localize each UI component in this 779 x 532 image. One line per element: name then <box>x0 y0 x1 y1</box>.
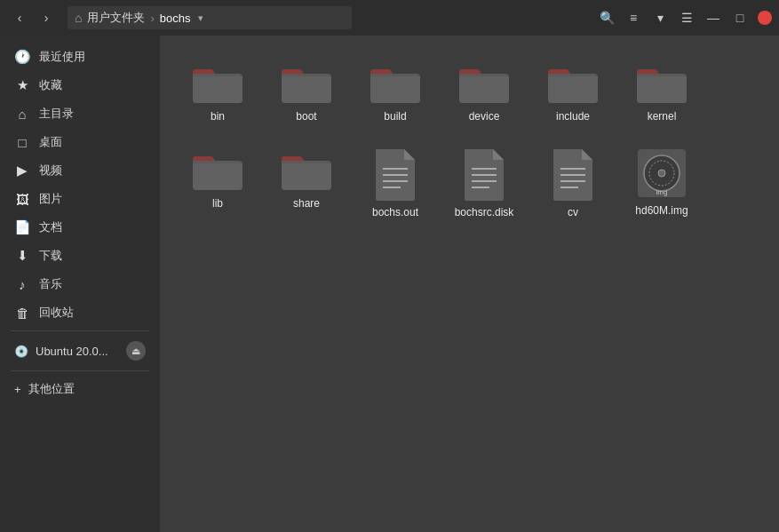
sidebar-item-pictures-label: 图片 <box>39 191 62 207</box>
sidebar-item-favorites-label: 收藏 <box>39 77 62 93</box>
home-icon: ⌂ <box>75 11 82 25</box>
sidebar-item-favorites[interactable]: ★ 收藏 <box>0 71 160 99</box>
device-label: Ubuntu 20.0... <box>36 345 108 358</box>
maximize-button[interactable]: □ <box>727 5 752 30</box>
sidebar-device-ubuntu[interactable]: 💿 Ubuntu 20.0... ⏏ <box>0 335 160 367</box>
minimize-button[interactable]: — <box>701 5 726 30</box>
view-dropdown-button[interactable]: ▾ <box>648 5 672 30</box>
imgfile-icon-hd60m: img <box>636 147 688 199</box>
sidebar-item-downloads[interactable]: ⬇ 下载 <box>0 242 160 270</box>
device-icon: 💿 <box>14 345 28 358</box>
close-button[interactable] <box>758 11 772 25</box>
downloads-icon: ⬇ <box>14 248 30 264</box>
sidebar-item-downloads-label: 下载 <box>39 248 62 264</box>
titlebar-actions: 🔍 ≡ ▾ ☰ — □ <box>594 5 772 30</box>
sidebar-item-videos-label: 视频 <box>39 163 62 179</box>
music-icon: ♪ <box>14 277 30 292</box>
file-item-kernel[interactable]: kernel <box>622 53 702 131</box>
file-label-cv: cv <box>568 206 578 220</box>
sidebar-divider-2 <box>11 370 149 371</box>
sidebar: 🕐 最近使用 ★ 收藏 ⌂ 主目录 □ 桌面 ▶ 视频 🖼 图片 📄 文档 ⬇ <box>0 36 160 532</box>
svg-text:img: img <box>656 188 668 196</box>
location-bar: ⌂ 用户文件夹 › bochs ▾ <box>68 6 352 29</box>
list-view-button[interactable]: ≡ <box>621 5 646 30</box>
forward-button[interactable]: › <box>34 5 59 30</box>
sidebar-item-recent[interactable]: 🕐 最近使用 <box>0 43 160 71</box>
menu-button[interactable]: ☰ <box>674 5 699 30</box>
folder-icon-include <box>546 60 600 105</box>
back-button[interactable]: ‹ <box>7 5 32 30</box>
textfile-icon-bochsrc-disk <box>461 147 507 201</box>
eject-button[interactable]: ⏏ <box>126 341 146 361</box>
other-places-icon: + <box>14 383 21 396</box>
file-label-device: device <box>469 110 500 124</box>
favorites-icon: ★ <box>14 77 30 93</box>
current-folder-label: bochs <box>160 12 191 25</box>
sidebar-item-music-label: 音乐 <box>39 276 62 292</box>
sidebar-item-home-label: 主目录 <box>39 106 74 122</box>
file-item-build[interactable]: build <box>355 53 435 131</box>
file-label-bochsrc-disk: bochsrc.disk <box>455 206 514 220</box>
file-label-share: share <box>293 197 320 211</box>
titlebar: ‹ › ⌂ 用户文件夹 › bochs ▾ 🔍 ≡ ▾ ☰ — □ <box>0 0 779 36</box>
file-label-build: build <box>384 110 406 124</box>
sidebar-item-music[interactable]: ♪ 音乐 <box>0 270 160 298</box>
search-button[interactable]: 🔍 <box>594 5 619 30</box>
file-grid: bin boot <box>178 53 761 226</box>
file-label-lib: lib <box>212 197 223 211</box>
sidebar-item-home[interactable]: ⌂ 主目录 <box>0 99 160 128</box>
folder-icon-build <box>369 60 422 105</box>
file-item-include[interactable]: include <box>533 53 613 131</box>
file-label-kernel: kernel <box>648 110 677 124</box>
file-item-boot[interactable]: boot <box>266 53 346 131</box>
sidebar-item-trash[interactable]: 🗑 回收站 <box>0 298 160 327</box>
recent-icon: 🕐 <box>14 49 30 65</box>
nav-buttons: ‹ › <box>7 5 59 30</box>
home-dir-icon: ⌂ <box>14 107 30 122</box>
folder-icon-share <box>280 147 333 192</box>
sidebar-divider <box>11 330 149 331</box>
path-label: 用户文件夹 <box>87 10 145 26</box>
folder-icon-boot <box>280 60 333 105</box>
file-label-bochs-out: bochs.out <box>372 206 418 220</box>
file-label-hd60m-img: hd60M.img <box>635 204 688 218</box>
desktop-icon: □ <box>14 135 30 150</box>
pictures-icon: 🖼 <box>14 192 30 207</box>
textfile-icon-bochs-out <box>372 147 418 201</box>
sidebar-item-desktop[interactable]: □ 桌面 <box>0 128 160 156</box>
textfile-icon-cv <box>550 147 596 201</box>
file-item-lib[interactable]: lib <box>178 140 258 227</box>
folder-icon-kernel <box>635 60 688 105</box>
file-item-bochsrc-disk[interactable]: bochsrc.disk <box>444 140 524 227</box>
sidebar-item-desktop-label: 桌面 <box>39 134 62 150</box>
trash-icon: 🗑 <box>14 306 30 321</box>
file-label-bin: bin <box>211 110 225 124</box>
videos-icon: ▶ <box>14 163 30 179</box>
sidebar-item-pictures[interactable]: 🖼 图片 <box>0 185 160 213</box>
folder-icon-bin <box>191 60 244 105</box>
file-label-include: include <box>556 110 590 124</box>
sidebar-item-videos[interactable]: ▶ 视频 <box>0 156 160 185</box>
file-item-hd60m-img[interactable]: img hd60M.img <box>622 140 702 227</box>
svg-point-15 <box>658 170 665 177</box>
main-layout: 🕐 最近使用 ★ 收藏 ⌂ 主目录 □ 桌面 ▶ 视频 🖼 图片 📄 文档 ⬇ <box>0 36 779 532</box>
file-label-boot: boot <box>296 110 316 124</box>
file-item-bochs-out[interactable]: bochs.out <box>355 140 435 227</box>
other-places-label: 其他位置 <box>28 381 75 397</box>
folder-icon-lib <box>191 147 244 192</box>
file-area: bin boot <box>160 36 779 532</box>
location-dropdown-icon[interactable]: ▾ <box>198 12 203 24</box>
file-item-device[interactable]: device <box>444 53 524 131</box>
file-item-bin[interactable]: bin <box>178 53 258 131</box>
documents-icon: 📄 <box>14 219 30 235</box>
sidebar-item-trash-label: 回收站 <box>39 305 74 321</box>
sidebar-item-documents-label: 文档 <box>39 219 62 235</box>
file-item-share[interactable]: share <box>266 140 346 227</box>
file-item-cv[interactable]: cv <box>533 140 613 227</box>
folder-icon-device <box>457 60 511 105</box>
path-separator: › <box>150 12 154 25</box>
sidebar-item-recent-label: 最近使用 <box>39 49 85 65</box>
sidebar-other-places[interactable]: + 其他位置 <box>0 375 160 403</box>
sidebar-item-documents[interactable]: 📄 文档 <box>0 213 160 242</box>
